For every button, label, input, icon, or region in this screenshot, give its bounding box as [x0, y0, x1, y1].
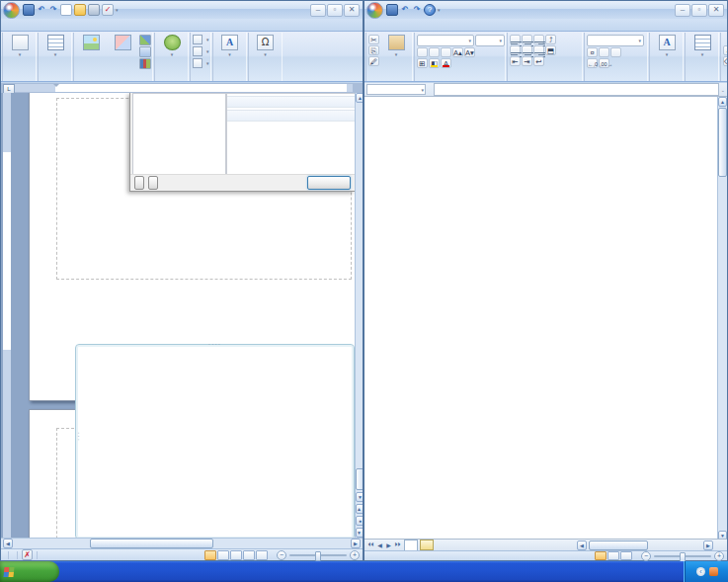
qat-more-icon[interactable]: ▾ [116, 7, 119, 13]
web-layout-icon[interactable] [230, 550, 242, 560]
scroll-up-icon[interactable]: ▲ [356, 93, 363, 103]
clear-icon[interactable]: ⌫ [723, 56, 727, 66]
wrap-text-icon[interactable]: ↩ [533, 56, 544, 66]
align-bottom-icon[interactable] [533, 35, 544, 44]
next-sheet-icon[interactable]: ▶ [384, 541, 393, 548]
worksheet-grid[interactable] [364, 97, 717, 540]
scroll-up-icon[interactable]: ▲ [718, 97, 727, 107]
manage-templates-button[interactable] [134, 176, 144, 190]
excel-titlebar[interactable]: ↶ ↷ ? ▾ – ▫ ✕ [364, 1, 727, 19]
shapes-icon[interactable] [139, 35, 151, 45]
zoom-out-icon[interactable]: − [641, 551, 651, 561]
last-sheet-icon[interactable]: ⏵⏵ [393, 541, 402, 548]
prev-sheet-icon[interactable]: ◀ [375, 541, 384, 548]
indent-marker[interactable] [53, 84, 58, 92]
chart-type-list[interactable] [132, 93, 226, 175]
align-right-icon[interactable] [533, 45, 544, 55]
open-icon[interactable] [74, 4, 86, 16]
font-color-button[interactable]: А [441, 58, 451, 68]
align-middle-icon[interactable] [522, 35, 532, 44]
embedded-chart-object[interactable]: ···· ···· ··· [75, 344, 355, 540]
text-button[interactable]: A ▾ [215, 34, 245, 58]
orientation-icon[interactable]: ⤴ [545, 35, 556, 44]
help-icon[interactable]: ? [424, 4, 436, 16]
scroll-right-icon[interactable]: ▶ [351, 539, 361, 548]
sheet-tab[interactable] [404, 540, 418, 550]
undo-icon[interactable]: ↶ [400, 5, 410, 15]
pages-button[interactable]: ▾ [5, 34, 35, 58]
footer-button[interactable]: ▾ [193, 45, 209, 56]
new-document-icon[interactable] [60, 4, 72, 16]
close-button[interactable]: ✕ [708, 4, 724, 17]
decrease-indent-icon[interactable]: ⇤ [510, 56, 521, 66]
restore-button[interactable]: ▫ [327, 4, 343, 17]
insert-chart-dialog[interactable] [129, 93, 355, 192]
normal-view-icon[interactable] [595, 551, 607, 560]
symbols-button[interactable]: Ω ▾ [251, 34, 281, 58]
word-vertical-scrollbar[interactable]: ▲ ▼ ▲▲ ● ▼▼ [355, 93, 363, 540]
merge-center-icon[interactable]: ⬒ [545, 45, 556, 55]
scroll-left-icon[interactable]: ◀ [577, 540, 587, 550]
font-size-combo[interactable]: ▾ [475, 35, 505, 46]
bold-button[interactable] [417, 47, 428, 57]
hide-icons-icon[interactable]: ‹ [696, 567, 705, 576]
spelling-icon[interactable]: ✓ [102, 4, 114, 16]
borders-button[interactable]: ⊞ [417, 58, 428, 68]
autosum-icon[interactable] [723, 35, 727, 44]
minimize-button[interactable]: – [310, 4, 326, 17]
scrollbar-thumb[interactable] [90, 539, 213, 548]
increase-decimal-icon[interactable]: ←,0 [587, 58, 598, 68]
zoom-in-icon[interactable]: + [350, 550, 360, 560]
office-button[interactable] [366, 2, 383, 19]
name-box[interactable]: ▾ [366, 84, 426, 95]
browse-object-icon[interactable]: ● [356, 516, 363, 526]
zoom-in-icon[interactable]: + [714, 551, 724, 561]
excel-horizontal-scrollbar[interactable]: ◀ ▶ [577, 540, 713, 550]
start-button[interactable] [0, 561, 59, 582]
page-number-button[interactable]: ▾ [193, 57, 209, 68]
previous-page-icon[interactable]: ▲▲ [356, 504, 363, 514]
scrollbar-thumb[interactable] [718, 108, 727, 177]
cells-button[interactable]: ▾ [688, 34, 717, 58]
next-page-icon[interactable]: ▼▼ [356, 528, 363, 538]
zoom-slider[interactable] [289, 554, 347, 556]
cut-icon[interactable]: ✂ [368, 35, 379, 44]
font-shrink-button[interactable]: A▾ [464, 47, 475, 57]
underline-button[interactable] [441, 47, 451, 57]
redo-icon[interactable]: ↷ [412, 5, 422, 15]
scroll-down-icon[interactable]: ▼ [356, 492, 363, 502]
proofing-icon[interactable]: ✗ [22, 549, 33, 560]
scroll-right-icon[interactable]: ▶ [703, 540, 713, 550]
align-left-icon[interactable] [510, 45, 521, 55]
clipart-button[interactable] [108, 34, 137, 52]
chart-icon[interactable] [139, 58, 151, 69]
zoom-out-icon[interactable]: − [277, 550, 286, 560]
draft-view-icon[interactable] [256, 550, 268, 560]
print-icon[interactable] [88, 4, 100, 16]
font-name-combo[interactable]: ▾ [417, 35, 474, 46]
word-titlebar[interactable]: ↶ ↷ ✓ ▾ – ▫ ✕ [1, 1, 363, 19]
fill-icon[interactable]: ⬇ [723, 45, 727, 55]
scrollbar-thumb[interactable] [356, 468, 363, 490]
vertical-ruler[interactable] [3, 93, 11, 540]
format-painter-icon[interactable]: 🖉 [368, 56, 379, 66]
word-document-area[interactable]: ···· ···· ··· [1, 93, 363, 540]
formula-input[interactable] [434, 83, 719, 96]
document-text[interactable] [57, 199, 348, 220]
office-button[interactable] [3, 2, 20, 19]
zoom-slider[interactable] [654, 555, 711, 557]
fullscreen-view-icon[interactable] [217, 550, 229, 560]
minimize-button[interactable]: – [675, 4, 690, 17]
redo-icon[interactable]: ↷ [48, 5, 58, 15]
header-button[interactable]: ▾ [193, 34, 209, 44]
scroll-left-icon[interactable]: ◀ [3, 539, 13, 548]
fill-color-button[interactable]: ◧ [429, 58, 440, 68]
save-icon[interactable] [386, 4, 398, 16]
comma-style-icon[interactable] [610, 47, 621, 57]
save-icon[interactable] [23, 4, 35, 16]
currency-icon[interactable]: ¤ [587, 47, 598, 57]
table-button[interactable]: ▾ [40, 34, 70, 58]
copy-icon[interactable]: ⎘ [368, 45, 379, 55]
set-default-button[interactable] [148, 176, 158, 190]
page-break-view-icon[interactable] [620, 551, 632, 560]
